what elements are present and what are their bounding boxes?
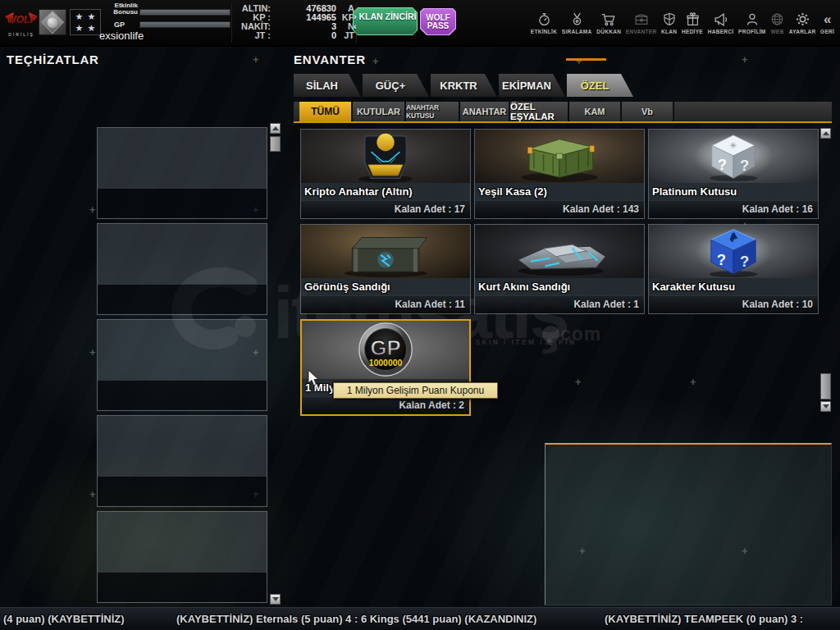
item-count: Kalan Adet : 2 xyxy=(302,396,469,414)
subtab-kutular[interactable]: KUTULAR xyxy=(353,102,404,121)
status-bar: (4 puan) (KAYBETTİNİZ) (KAYBETTİNİZ) Ete… xyxy=(0,607,840,630)
tab-silah[interactable]: SİLAH xyxy=(294,74,361,97)
etkinlik-bonusu-label: Etkinlik Bonusu xyxy=(103,2,138,16)
nav-ayarlar[interactable]: AYARLAR xyxy=(789,12,816,34)
equipment-slot[interactable] xyxy=(97,223,267,315)
nav-etkinlik[interactable]: ETKİNLİK xyxy=(531,12,557,34)
subtab-vb[interactable]: Vb xyxy=(622,102,673,121)
item-name: Kurt Akını Sandığı xyxy=(475,278,644,295)
wolf-dirilis-logo: WOLF DİRİLİŞ xyxy=(4,11,39,39)
item-count: Kalan Adet : 10 xyxy=(649,295,818,313)
wolf-pass-label: WOLF xyxy=(426,14,450,22)
plus-decoration xyxy=(89,206,96,214)
item-count: Kalan Adet : 11 xyxy=(301,295,470,313)
scroll-up-button[interactable] xyxy=(820,128,831,139)
inventory-item-yesil-kasa[interactable]: Yeşil Kasa (2) Kalan Adet : 143 xyxy=(474,129,645,219)
currency-unit: JT xyxy=(336,31,354,40)
subtab-ozel-esyalar[interactable]: ÖZEL EŞYALAR xyxy=(510,102,568,121)
status-text-left: (4 puan) (KAYBETTİNİZ) xyxy=(3,613,125,625)
etkinlik-bonus-progressbar xyxy=(139,9,231,16)
tab-ekipman[interactable]: EKİPMAN xyxy=(499,74,565,97)
shield-icon xyxy=(663,12,676,26)
plus-decoration xyxy=(742,56,748,64)
scrollbar-thumb[interactable] xyxy=(270,136,281,152)
nav-profilim[interactable]: PROFİLİM xyxy=(738,12,765,34)
star-icon: ★ xyxy=(88,12,96,21)
scrollbar-thumb[interactable] xyxy=(820,373,831,399)
item-name: Yeşil Kasa (2) xyxy=(475,183,644,200)
gear-icon xyxy=(796,12,810,26)
gp-bar-label: GP xyxy=(114,21,125,29)
mouse-cursor xyxy=(308,370,321,388)
tab-guc[interactable]: GÜÇ+ xyxy=(363,74,429,97)
equipment-slot[interactable] xyxy=(97,319,267,411)
equipment-slot[interactable] xyxy=(97,415,267,507)
klan-zinciri-button[interactable]: › KLAN ZİNCİRİ ‹ xyxy=(353,7,418,35)
svg-text:?: ? xyxy=(718,156,727,173)
status-text-right: (KAYBETTİNİZ) TEAMPEEK (0 puan) 3 : xyxy=(605,613,803,625)
nav-envanter[interactable]: ENVANTER xyxy=(626,12,657,34)
game-screen: WOLF DİRİLİŞ ★★★★ Etkinlik Bonusu GP exs… xyxy=(0,0,840,630)
star-icon: ★ xyxy=(75,24,84,33)
plus-decoration xyxy=(372,57,379,66)
item-count: Kalan Adet : 16 xyxy=(649,200,818,218)
nav-hediye[interactable]: HEDİYE xyxy=(682,12,703,34)
person-icon xyxy=(746,12,759,26)
subtab-kam[interactable]: KAM xyxy=(569,102,620,121)
nav-geri[interactable]: « GERİ xyxy=(820,12,834,34)
wolf-pass-button[interactable]: WOLFPASS xyxy=(420,8,456,35)
stopwatch-icon xyxy=(537,12,551,26)
nav-web[interactable]: WEB xyxy=(770,12,784,34)
medal-icon xyxy=(570,12,584,26)
currency-value: 3 xyxy=(271,22,336,31)
equipment-slot[interactable] xyxy=(97,127,267,219)
clan-stars-badge: ★★★★ xyxy=(70,9,101,35)
inventory-item-gorunus-sandigi[interactable]: Görünüş Sandığı Kalan Adet : 11 xyxy=(300,224,471,314)
logo-subtext: DİRİLİŞ xyxy=(8,32,34,37)
left-panel-title: TEÇHİZATLAR xyxy=(7,52,99,66)
top-nav: ETKİNLİK SIRALAMA DÜKKAN ENVANTER KLAN H… xyxy=(525,0,840,47)
gp-coin-value: 1000000 xyxy=(369,358,403,368)
star-icon: ★ xyxy=(88,24,96,33)
nav-klan[interactable]: KLAN xyxy=(661,12,677,34)
nav-siralama[interactable]: SIRALAMA xyxy=(562,12,592,34)
gp-progressbar xyxy=(139,21,231,28)
equipment-slot[interactable] xyxy=(97,511,267,603)
tab-krktr[interactable]: KRKTR xyxy=(431,74,497,97)
item-count: Kalan Adet : 1 xyxy=(475,295,644,313)
item-name: Karakter Kutusu xyxy=(649,278,818,295)
scroll-down-button[interactable] xyxy=(270,594,281,605)
item-count: Kalan Adet : 17 xyxy=(301,200,470,218)
chest-icon xyxy=(634,12,649,26)
status-text-center: (KAYBETTİNİZ) Eternals (5 puan) 4 : 6 Ki… xyxy=(176,613,536,625)
plus-decoration xyxy=(89,349,96,357)
gp-coin-text: GP xyxy=(371,336,401,359)
scroll-down-button[interactable] xyxy=(820,401,831,412)
inventory-item-karakter-kutusu[interactable]: ? ? Karakter Kutusu Kalan Adet : 10 xyxy=(648,224,819,314)
inventory-item-platinum-kutusu[interactable]: ✳ ? ? Platinum Kutusu Kalan Adet : 16 xyxy=(648,129,819,219)
back-chevrons-icon: « xyxy=(824,12,831,26)
subtab-bar xyxy=(294,102,299,121)
svg-text:?: ? xyxy=(717,251,726,268)
subtab-tumu[interactable]: TÜMÜ xyxy=(299,102,351,121)
gift-icon xyxy=(686,12,700,26)
subtab-anahtar-kutusu[interactable]: ANAHTAR KUTUSU xyxy=(406,102,459,121)
star-icon: ★ xyxy=(75,12,84,21)
item-tooltip: 1 Milyon Gelişim Puanı Kuponu xyxy=(333,382,498,399)
nav-dukkan[interactable]: DÜKKAN xyxy=(596,12,621,34)
inventory-item-kurt-akini-sandigi[interactable]: Kurt Akını Sandığı Kalan Adet : 1 xyxy=(474,224,645,314)
inventory-item-kripto-anahtar[interactable]: Kripto Anahtar (Altın) Kalan Adet : 17 xyxy=(300,129,471,219)
item-name: Görünüş Sandığı xyxy=(301,278,470,295)
inventory-item-gp-kuponu[interactable]: GP 1000000 1 Milyon Gelişim Puanı Kuponu… xyxy=(300,319,471,416)
currency-label: JT : xyxy=(233,31,271,40)
subtab-anahtar[interactable]: ANAHTAR xyxy=(460,102,509,121)
subtab-underline xyxy=(294,121,832,123)
svg-text:WOLF: WOLF xyxy=(7,14,36,25)
nav-haberci[interactable]: HABERCİ xyxy=(708,12,734,34)
item-image-yesil-kasa xyxy=(475,130,644,183)
wolf-pass-label: PASS xyxy=(427,22,450,30)
scroll-up-button[interactable] xyxy=(270,123,281,134)
item-image-platinum-kutusu: ✳ ? ? xyxy=(649,130,818,183)
currency-panel: ALTIN: 476830 A KP : 144965 KP NAKİT: 3 … xyxy=(233,4,354,40)
tab-ozel[interactable]: ÖZEL xyxy=(567,74,633,97)
